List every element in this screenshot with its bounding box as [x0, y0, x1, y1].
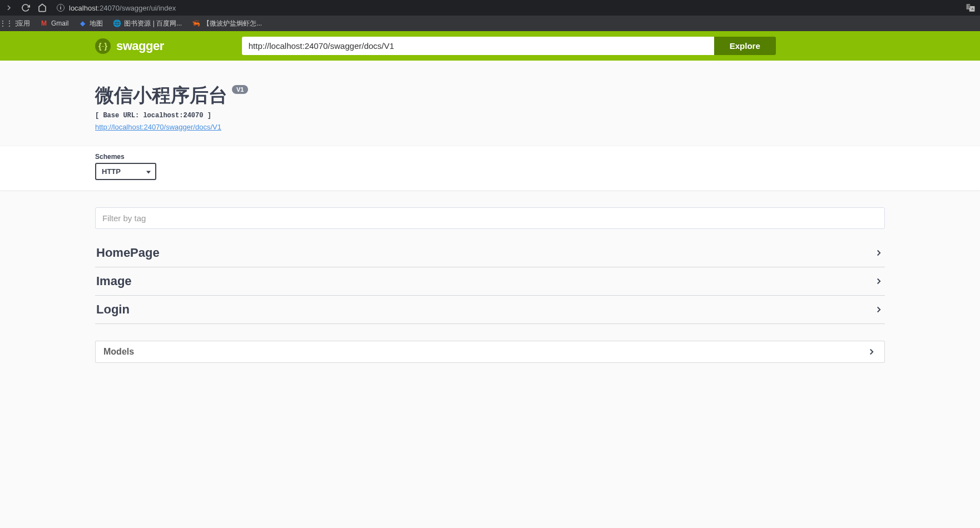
chevron-right-icon [874, 248, 884, 258]
swagger-logo[interactable]: {···} swagger [95, 38, 164, 54]
bookmark-label: 图书资源 | 百度网... [124, 19, 182, 28]
bookmark-gmail[interactable]: M Gmail [40, 19, 68, 27]
bookmark-recipe[interactable]: 🦐 【微波炉盐焗虾怎... [192, 19, 262, 28]
apps-icon: ⋮⋮⋮ [6, 19, 13, 27]
models-title: Models [103, 347, 134, 357]
site-info-icon[interactable]: i [57, 4, 65, 12]
tag-name: Login [96, 302, 130, 317]
tag-name: HomePage [96, 246, 160, 260]
schemes-label: Schemes [95, 153, 885, 161]
globe-icon: 🌐 [113, 19, 121, 27]
bookmarks-bar: ⋮⋮⋮ 应用 M Gmail ◆ 地图 🌐 图书资源 | 百度网... 🦐 【微… [0, 16, 980, 31]
bookmark-apps[interactable]: ⋮⋮⋮ 应用 [6, 19, 30, 28]
swagger-logo-text: swagger [116, 39, 164, 53]
gmail-icon: M [40, 19, 48, 27]
chevron-right-icon [874, 305, 884, 315]
base-url: [ Base URL: localhost:24070 ] [95, 112, 885, 119]
tag-name: Image [96, 274, 132, 288]
explore-button[interactable]: Explore [714, 37, 776, 55]
swagger-logo-icon: {···} [95, 38, 111, 54]
browser-toolbar: i localhost:24070/swagger/ui/index 文A [0, 0, 980, 16]
nav-home-icon[interactable] [38, 3, 47, 12]
maps-icon: ◆ [78, 19, 86, 27]
address-bar[interactable]: i localhost:24070/swagger/ui/index [55, 4, 958, 12]
tag-login[interactable]: Login [95, 296, 885, 324]
bookmark-books[interactable]: 🌐 图书资源 | 百度网... [113, 19, 182, 28]
version-badge: V1 [232, 85, 248, 94]
api-title: 微信小程序后台 V1 [95, 83, 248, 108]
chevron-right-icon [867, 347, 877, 357]
filter-input[interactable] [95, 207, 885, 229]
docs-link[interactable]: http://localhost:24070/swagger/docs/V1 [95, 123, 221, 131]
swagger-topbar: {···} swagger Explore [0, 31, 980, 61]
bookmark-label: 地图 [90, 19, 103, 28]
scheme-select[interactable]: HTTP [95, 163, 156, 180]
bookmark-label: 【微波炉盐焗虾怎... [203, 19, 262, 28]
url-text: localhost:24070/swagger/ui/index [69, 4, 176, 12]
nav-forward-icon[interactable] [4, 3, 13, 12]
translate-icon[interactable]: 文A [966, 3, 976, 13]
schemes-section: Schemes HTTP [0, 146, 980, 191]
svg-text:文: 文 [968, 4, 971, 8]
chevron-right-icon [874, 276, 884, 286]
svg-text:A: A [972, 7, 974, 11]
tag-image[interactable]: Image [95, 267, 885, 296]
api-info: 微信小程序后台 V1 [ Base URL: localhost:24070 ]… [84, 61, 896, 146]
bookmark-maps[interactable]: ◆ 地图 [78, 19, 103, 28]
cook-icon: 🦐 [192, 19, 200, 27]
tag-homepage[interactable]: HomePage [95, 239, 885, 267]
swagger-url-input[interactable] [242, 37, 714, 55]
bookmark-label: 应用 [17, 19, 30, 28]
bookmark-label: Gmail [51, 19, 68, 27]
nav-reload-icon[interactable] [21, 3, 30, 12]
api-title-text: 微信小程序后台 [95, 83, 227, 108]
main-content: HomePage Image Login Models [84, 191, 896, 380]
models-section[interactable]: Models [95, 341, 885, 363]
browser-chrome: i localhost:24070/swagger/ui/index 文A ⋮⋮… [0, 0, 980, 31]
